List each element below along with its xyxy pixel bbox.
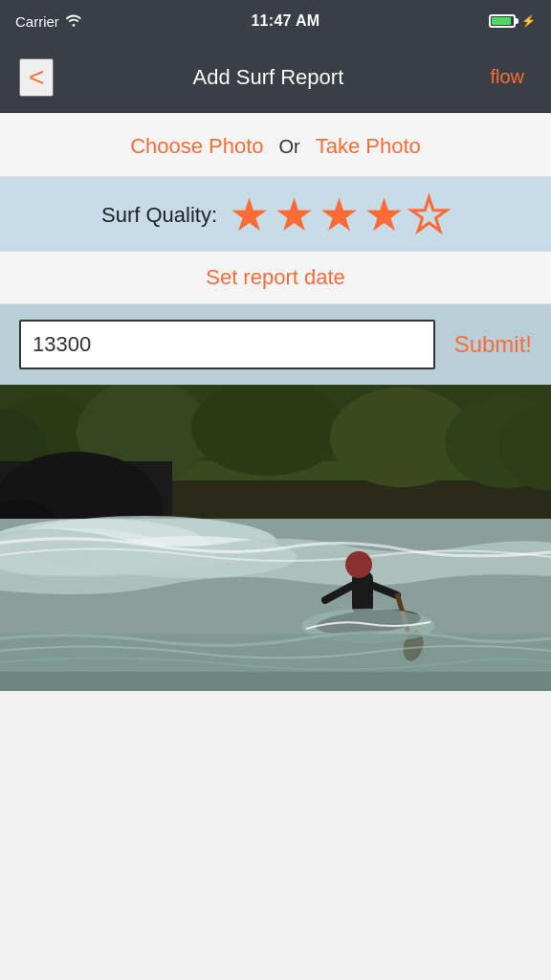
choose-photo-button[interactable]: Choose Photo bbox=[130, 134, 263, 159]
set-report-date-button[interactable]: Set report date bbox=[206, 265, 345, 290]
date-section: Set report date bbox=[0, 252, 551, 304]
star-5[interactable]: ★ bbox=[408, 192, 450, 238]
star-1[interactable]: ★ bbox=[229, 192, 270, 238]
back-button[interactable]: < bbox=[19, 58, 54, 97]
quality-label: Surf Quality: bbox=[101, 203, 217, 228]
bottom-space bbox=[0, 691, 551, 921]
flow-button[interactable]: flow bbox=[482, 62, 532, 92]
bolt-icon: ⚡ bbox=[521, 14, 536, 28]
star-3[interactable]: ★ bbox=[319, 192, 360, 238]
wifi-icon bbox=[65, 13, 82, 30]
star-2[interactable]: ★ bbox=[274, 192, 315, 238]
flow-input[interactable] bbox=[19, 320, 435, 369]
quality-section: Surf Quality: ★ ★ ★ ★ ★ bbox=[0, 177, 551, 252]
status-bar: Carrier 11:47 AM ⚡ bbox=[0, 0, 551, 42]
stars-container: ★ ★ ★ ★ ★ bbox=[229, 192, 450, 238]
battery-icon bbox=[489, 14, 516, 28]
svg-rect-30 bbox=[0, 672, 551, 691]
input-section: Submit! bbox=[0, 304, 551, 385]
page-title: Add Surf Report bbox=[54, 65, 482, 90]
battery-fill bbox=[492, 17, 511, 25]
svg-rect-20 bbox=[352, 571, 373, 614]
photo-section: Choose Photo Or Take Photo bbox=[0, 113, 551, 177]
take-photo-button[interactable]: Take Photo bbox=[316, 134, 421, 159]
nav-bar: < Add Surf Report flow bbox=[0, 42, 551, 113]
battery-area: ⚡ bbox=[489, 14, 536, 28]
carrier-label: Carrier bbox=[15, 13, 59, 30]
svg-point-21 bbox=[345, 551, 372, 578]
or-divider: Or bbox=[279, 136, 300, 158]
river-scene-image bbox=[0, 385, 551, 691]
carrier-info: Carrier bbox=[15, 13, 82, 30]
photo-display bbox=[0, 385, 551, 691]
clock: 11:47 AM bbox=[251, 12, 320, 30]
star-4[interactable]: ★ bbox=[364, 192, 405, 238]
submit-button[interactable]: Submit! bbox=[454, 331, 532, 358]
